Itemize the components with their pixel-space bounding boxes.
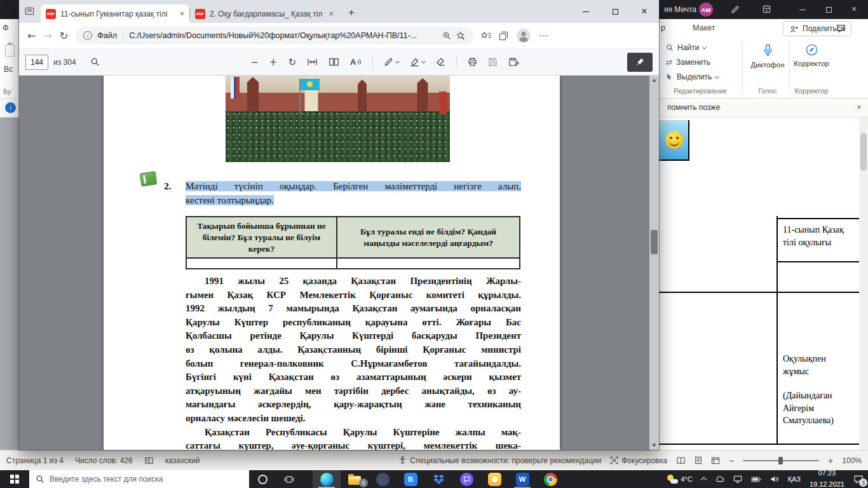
replace-button[interactable]: ⇄ Заменить <box>666 58 710 67</box>
page-number-input[interactable] <box>25 55 48 70</box>
zoom-in-icon[interactable]: + <box>269 57 278 68</box>
word-count[interactable]: Число слов: 426 <box>75 456 133 465</box>
zoom-out-icon[interactable]: − <box>250 57 259 68</box>
pdf-search-icon[interactable] <box>90 57 100 67</box>
language-status[interactable]: казахский <box>165 456 200 465</box>
read-aloud-icon[interactable]: A <box>350 57 362 67</box>
draw-tool-icon[interactable] <box>731 5 740 14</box>
zoom-level[interactable]: 100% <box>842 456 862 465</box>
select-button[interactable]: Выделить <box>666 72 719 81</box>
taskbar-search[interactable] <box>29 470 249 488</box>
word-close-icon[interactable]: × <box>851 4 857 14</box>
minimize-button[interactable] <box>571 0 600 23</box>
read-mode-icon[interactable] <box>676 457 686 464</box>
browser-tab-active[interactable]: PDF 11-сынып Гуманитар қазақ тілі × <box>41 4 189 23</box>
notification-close-icon[interactable]: × <box>857 102 862 112</box>
ribbon-tab-fragment[interactable]: р <box>661 24 665 32</box>
browser-tab[interactable]: PDF 2. Оқу бағдарламасы_ Қазақ тіл × <box>190 4 339 23</box>
notification-text-fragment[interactable]: помнить позже <box>667 103 720 112</box>
word-scrollbar[interactable] <box>859 118 868 450</box>
erase-icon[interactable] <box>436 57 445 67</box>
zoom-in-icon[interactable]: + <box>828 456 833 466</box>
account-avatar[interactable]: AM <box>699 3 713 17</box>
word-minimize-icon[interactable] <box>799 10 806 10</box>
word-maximize-icon[interactable] <box>826 7 832 13</box>
print-icon[interactable] <box>468 57 477 67</box>
doc-cell-text[interactable]: (Дайындаған Айгерім Сматуллаева) <box>783 390 851 427</box>
focus-button[interactable]: Фокусировка <box>610 456 667 465</box>
start-button[interactable] <box>0 470 29 488</box>
zoom-page-icon[interactable] <box>442 31 451 40</box>
zoom-slider-handle[interactable] <box>778 457 783 464</box>
taskbar-word-icon[interactable]: W <box>508 470 536 488</box>
taskbar-app-icon[interactable] <box>369 470 397 488</box>
ribbon-tab-layout[interactable]: Макет <box>693 24 715 32</box>
ribbon-tab-file-fragment[interactable]: Ф <box>3 24 9 32</box>
doc-cell-text[interactable]: 11-сынып Қазақ тілі оқулығы <box>783 224 846 248</box>
taskbar-explorer-icon[interactable]: 5 <box>341 470 369 488</box>
back-icon[interactable]: ← <box>27 30 36 42</box>
scrollbar-thumb[interactable] <box>860 133 867 171</box>
rotate-icon[interactable]: ↻ <box>288 57 296 68</box>
doc-cell-text[interactable]: Оқулықпен жұмыс <box>783 353 851 377</box>
page-info-icon[interactable]: i <box>83 31 92 40</box>
action-center-button[interactable]: 3 <box>849 470 868 488</box>
ribbon-display-icon[interactable] <box>763 5 771 13</box>
display-tray-icon[interactable] <box>729 470 747 488</box>
taskbar-messenger-icon[interactable] <box>452 470 480 488</box>
tab-actions-icon[interactable] <box>25 6 34 16</box>
zoom-out-icon[interactable]: − <box>729 456 734 466</box>
refresh-icon[interactable]: ↻ <box>60 30 68 42</box>
scrollbar-thumb[interactable] <box>651 230 658 254</box>
clock[interactable]: 07:23 19.12.2021 <box>805 470 849 488</box>
collections-icon[interactable] <box>499 31 508 41</box>
favorite-star-icon[interactable] <box>456 31 466 41</box>
proofing-icon[interactable] <box>144 457 154 464</box>
save-as-icon[interactable] <box>508 57 519 67</box>
taskbar-photos-icon[interactable] <box>480 470 508 488</box>
scroll-down-icon[interactable]: ▼ <box>649 441 659 450</box>
pdf-page[interactable]: 2. Мәтінді түсініп оқыңдар. Берілген мәл… <box>104 76 560 450</box>
fit-width-icon[interactable] <box>307 58 318 66</box>
scroll-up-icon[interactable]: ▲ <box>649 76 659 85</box>
chevron-down-icon[interactable] <box>395 59 400 64</box>
profile-avatar[interactable] <box>516 28 531 43</box>
save-icon[interactable] <box>488 57 498 67</box>
tray-expand-button[interactable] <box>697 470 710 488</box>
language-indicator[interactable]: ҚАЗ <box>783 470 805 488</box>
maximize-button[interactable] <box>600 0 630 23</box>
onedrive-tray-icon[interactable] <box>710 470 729 488</box>
task-view-button[interactable] <box>276 470 302 488</box>
accessibility-status[interactable]: Специальные возможности: проверьте реком… <box>398 456 601 465</box>
cortana-button[interactable] <box>249 470 276 488</box>
settings-menu-icon[interactable]: ⋯ <box>539 30 549 41</box>
weather-widget[interactable]: 4°C <box>663 470 696 488</box>
favorites-bar-icon[interactable] <box>481 31 491 41</box>
taskbar-chrome-icon[interactable] <box>536 470 564 488</box>
editor-button[interactable]: Корректор <box>793 43 830 67</box>
highlight-icon[interactable] <box>410 57 425 67</box>
search-input[interactable] <box>50 475 243 484</box>
zoom-slider[interactable] <box>743 460 819 461</box>
draw-icon[interactable] <box>384 57 399 67</box>
tab-close-icon[interactable]: × <box>179 9 184 18</box>
web-layout-icon[interactable] <box>711 457 720 464</box>
volume-tray-icon[interactable] <box>766 470 783 488</box>
dictate-button[interactable]: Диктофон <box>749 43 787 69</box>
taskbar-dropbox-icon[interactable] <box>424 470 452 488</box>
taskbar-edge-icon[interactable] <box>313 470 341 488</box>
chevron-down-icon[interactable] <box>421 59 426 64</box>
page-indicator[interactable]: Страница 1 из 4 <box>6 456 64 465</box>
pin-toolbar-button[interactable] <box>627 53 653 72</box>
pdf-scrollbar[interactable]: ▲ ▼ <box>649 76 659 450</box>
print-layout-icon[interactable] <box>695 456 702 464</box>
battery-tray-icon[interactable] <box>747 470 766 488</box>
page-view-icon[interactable] <box>329 58 339 66</box>
forward-icon[interactable]: → <box>43 30 51 42</box>
taskbar-vk-icon[interactable]: B <box>397 470 424 488</box>
address-bar[interactable]: i Файл | C:/Users/admin/Documents/Новый%… <box>76 27 473 44</box>
close-button[interactable]: × <box>630 0 659 23</box>
new-tab-button[interactable]: + <box>342 4 360 22</box>
comments-icon[interactable] <box>836 24 846 33</box>
tab-close-icon[interactable]: × <box>329 9 334 18</box>
